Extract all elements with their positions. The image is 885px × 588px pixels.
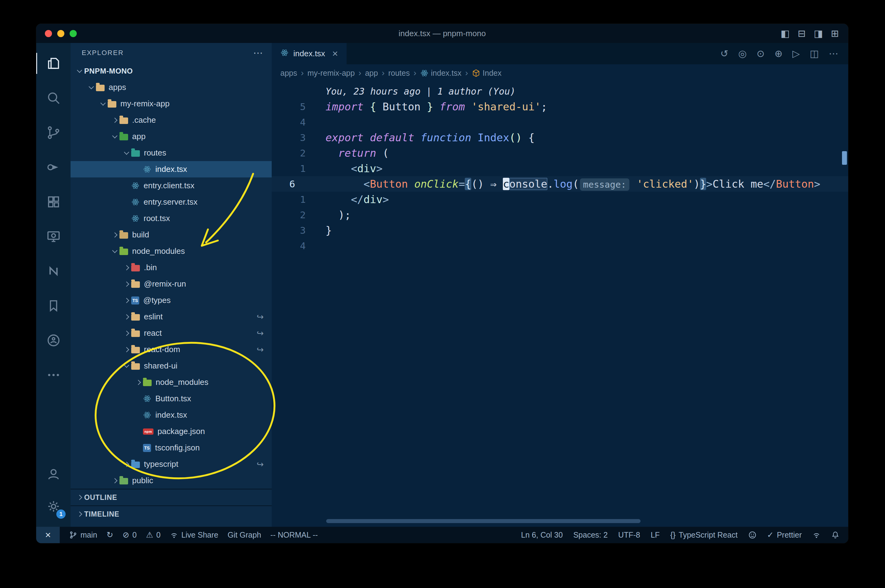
tree-item-cache[interactable]: .cache xyxy=(71,112,272,128)
tree-item-typescript[interactable]: typescript↪ xyxy=(71,456,272,472)
chevron-open-icon[interactable] xyxy=(98,102,108,106)
tree-item-apps[interactable]: apps xyxy=(71,79,272,96)
chevron-closed-icon[interactable] xyxy=(122,462,131,466)
close-window-button[interactable] xyxy=(45,30,52,37)
chevron-closed-icon[interactable] xyxy=(122,348,131,351)
status-language-mode[interactable]: {}TypeScript React xyxy=(670,530,738,540)
status-remote-session[interactable] xyxy=(812,531,821,539)
activity-run-debug-icon[interactable] xyxy=(36,150,71,184)
chevron-closed-icon[interactable] xyxy=(122,315,131,319)
chevron-open-icon[interactable] xyxy=(87,86,96,89)
code-line[interactable]: 1 </div> xyxy=(272,192,848,207)
chevron-closed-icon[interactable] xyxy=(122,298,131,302)
zoom-window-button[interactable] xyxy=(70,30,77,37)
horizontal-scrollbar[interactable] xyxy=(326,519,641,523)
tree-item-node-modules[interactable]: node_modules xyxy=(71,243,272,260)
breadcrumb-item-index-tsx[interactable]: index.tsx xyxy=(420,69,462,78)
status-live-share[interactable]: Live Share xyxy=(170,531,218,540)
breadcrumb-item-index[interactable]: Index xyxy=(472,69,501,78)
status-prettier[interactable]: ✓Prettier xyxy=(767,530,802,540)
gitlens-blame-line[interactable]: You, 23 hours ago | 1 author (You) xyxy=(272,84,848,99)
chevron-open-icon[interactable] xyxy=(122,364,131,368)
tree-item-react-dom[interactable]: react-dom↪ xyxy=(71,341,272,358)
breadcrumb-item-apps[interactable]: apps xyxy=(280,69,297,78)
tree-item-react[interactable]: react↪ xyxy=(71,325,272,341)
chevron-open-icon[interactable] xyxy=(122,151,131,155)
toggle-sidebar-icon[interactable]: ◧ xyxy=(780,28,789,39)
chevron-closed-icon[interactable] xyxy=(110,118,119,122)
status-feedback[interactable] xyxy=(748,531,757,539)
customize-layout-icon[interactable]: ⊞ xyxy=(831,28,839,39)
code-line[interactable]: 1 <div> xyxy=(272,161,848,176)
code-line[interactable]: 5import { Button } from 'shared-ui'; xyxy=(272,99,848,114)
tree-item-root-tsx[interactable]: root.tsx xyxy=(71,210,272,226)
tab-close-icon[interactable]: × xyxy=(332,48,338,59)
run-icon[interactable]: ▷ xyxy=(792,48,800,59)
minimize-window-button[interactable] xyxy=(57,30,64,37)
status-vim-mode[interactable]: -- NORMAL -- xyxy=(271,531,318,540)
status-warnings[interactable]: ⚠0 xyxy=(146,530,161,540)
status-cursor-position[interactable]: Ln 6, Col 30 xyxy=(521,531,563,540)
tree-item-my-remix-app[interactable]: my-remix-app xyxy=(71,96,272,112)
activity-search-icon[interactable] xyxy=(36,81,71,115)
activity-more-icon[interactable] xyxy=(36,358,71,392)
tree-item-package-json[interactable]: npmpackage.json xyxy=(71,423,272,440)
timeline-icon[interactable]: ↺ xyxy=(720,48,728,59)
accounts-icon[interactable] xyxy=(36,458,71,490)
code-editor[interactable]: You, 23 hours ago | 1 author (You)5impor… xyxy=(272,82,848,527)
activity-live-share-icon[interactable] xyxy=(36,323,71,358)
activity-source-control-icon[interactable] xyxy=(36,115,71,150)
chevron-open-icon[interactable] xyxy=(110,135,119,138)
breadcrumb-item-routes[interactable]: routes xyxy=(388,69,410,78)
section-timeline[interactable]: TIMELINE xyxy=(71,506,272,522)
status-indentation[interactable]: Spaces: 2 xyxy=(573,531,608,540)
activity-explorer-icon[interactable] xyxy=(36,46,71,81)
gitlens-icon[interactable]: ◎ xyxy=(738,48,747,59)
more-actions-icon[interactable]: ⋯ xyxy=(829,48,838,59)
settings-gear-icon[interactable]: 1 xyxy=(36,490,71,522)
tab-index-tsx[interactable]: index.tsx × xyxy=(272,43,346,64)
tree-item-build[interactable]: build xyxy=(71,226,272,243)
tree-item-eslint[interactable]: eslint↪ xyxy=(71,309,272,325)
tree-item-pnpm-mono[interactable]: PNPM-MONO xyxy=(71,63,272,79)
tree-item-button-tsx[interactable]: Button.tsx xyxy=(71,390,272,407)
chevron-closed-icon[interactable] xyxy=(110,479,119,483)
code-line[interactable]: 2 ); xyxy=(272,207,848,223)
status-eol[interactable]: LF xyxy=(651,531,660,540)
tree-item-index-tsx[interactable]: index.tsx xyxy=(71,161,272,177)
tree-item-bin[interactable]: .bin xyxy=(71,260,272,276)
code-line[interactable]: 4 xyxy=(272,114,848,130)
chevron-closed-icon[interactable] xyxy=(122,266,131,270)
remote-indicator[interactable]: × xyxy=(36,527,60,543)
tree-item-routes[interactable]: routes xyxy=(71,145,272,161)
split-editor-icon[interactable]: ◫ xyxy=(810,48,819,59)
code-line[interactable]: 6 <Button onClick={() ⇒ console.log(mess… xyxy=(272,176,848,192)
status-encoding[interactable]: UTF-8 xyxy=(618,531,640,540)
tree-item-types[interactable]: TS@types xyxy=(71,292,272,309)
toggle-secondary-sidebar-icon[interactable]: ◨ xyxy=(814,28,823,39)
toggle-panel-icon[interactable]: ⊟ xyxy=(798,28,806,39)
code-line[interactable]: 4 xyxy=(272,238,848,254)
chevron-open-icon[interactable] xyxy=(110,249,119,253)
tree-item-node-modules[interactable]: node_modules xyxy=(71,374,272,390)
code-line[interactable]: 2 return ( xyxy=(272,145,848,161)
breadcrumb-item-my-remix-app[interactable]: my-remix-app xyxy=(308,69,355,78)
chevron-closed-icon[interactable] xyxy=(122,282,131,286)
annotate-icon[interactable]: ⊕ xyxy=(775,48,783,59)
status-notifications[interactable] xyxy=(831,531,840,539)
tree-item-index-tsx[interactable]: index.tsx xyxy=(71,407,272,423)
explorer-more-actions-icon[interactable]: ⋯ xyxy=(253,47,263,59)
activity-extensions-icon[interactable] xyxy=(36,184,71,219)
tree-item-remix-run[interactable]: @remix-run xyxy=(71,276,272,292)
changes-icon[interactable]: ⊙ xyxy=(757,48,765,59)
status-sync[interactable]: ↻ xyxy=(107,530,113,540)
chevron-open-icon[interactable] xyxy=(75,69,84,73)
code-line[interactable]: 3export default function Index() { xyxy=(272,130,848,145)
activity-bookmarks-icon[interactable] xyxy=(36,288,71,323)
section-outline[interactable]: OUTLINE xyxy=(71,489,272,506)
tree-item-tsconfig-json[interactable]: TStsconfig.json xyxy=(71,440,272,456)
code-line[interactable]: 3} xyxy=(272,223,848,238)
tree-item-entry-client-tsx[interactable]: entry.client.tsx xyxy=(71,177,272,194)
activity-nx-console-icon[interactable] xyxy=(36,254,71,288)
chevron-closed-icon[interactable] xyxy=(134,381,143,384)
